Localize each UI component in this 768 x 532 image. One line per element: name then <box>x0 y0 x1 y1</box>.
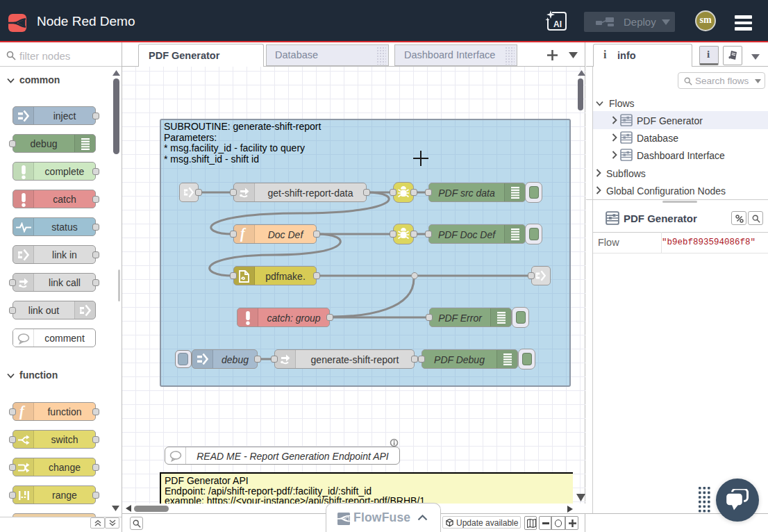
svg-text:AI: AI <box>553 19 562 29</box>
